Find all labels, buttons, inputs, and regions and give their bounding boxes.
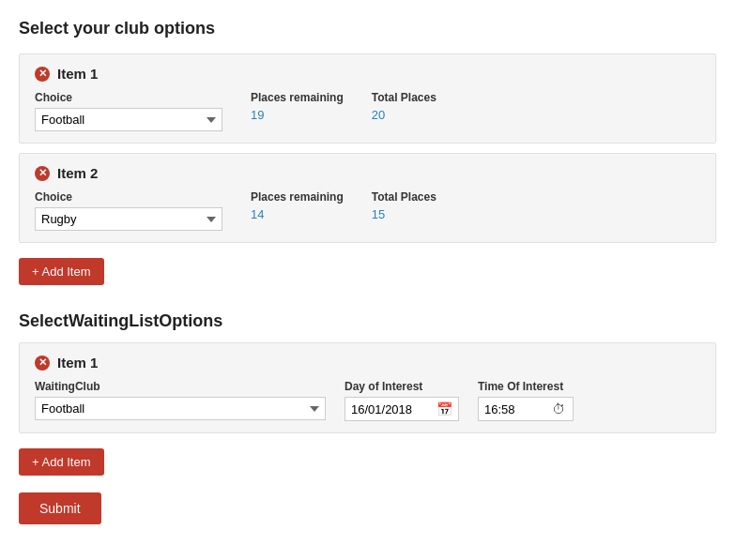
waiting-item-1-club-select[interactable]: FootballRugbyTennisCricket [35,397,326,420]
club-item-card-1: ✕ Item 1 Choice FootballRugbyTennisCrick… [19,53,716,144]
club-item-2-total-places-value: 15 [372,207,436,221]
main-title: Select your club options [19,19,716,38]
remove-club-item-2-icon[interactable]: ✕ [35,166,50,181]
remove-waiting-item-1-icon[interactable]: ✕ [35,356,50,371]
club-item-1-choice-label: Choice [35,91,222,104]
club-item-2-choice-label: Choice [35,190,222,204]
club-item-1-title: Item 1 [57,66,98,82]
club-item-1-places-remaining-label: Places remaining [251,91,344,104]
club-item-2-total-places-label: Total Places [372,190,436,204]
waiting-item-1-title: Item 1 [57,355,98,371]
club-item-1-total-places-value: 20 [372,108,436,122]
club-item-card-2: ✕ Item 2 Choice FootballRugbyTennisCrick… [19,153,716,243]
waiting-item-1-club-label: WaitingClub [35,380,326,393]
remove-club-item-1-icon[interactable]: ✕ [35,67,50,82]
waiting-item-1-time-input[interactable] [484,402,550,416]
club-item-1-choice-select[interactable]: FootballRugbyTennisCricket [35,108,222,131]
waiting-items-container: ✕ Item 1 WaitingClub FootballRugbyTennis… [19,342,716,433]
submit-button[interactable]: Submit [19,492,101,524]
add-club-item-button[interactable]: + Add Item [19,258,104,285]
club-item-2-places-remaining-value: 14 [251,207,344,221]
club-item-2-title: Item 2 [57,165,98,181]
calendar-icon[interactable]: 📅 [436,401,452,417]
club-item-1-places-remaining-value: 19 [251,108,344,122]
clock-icon[interactable]: ⏱ [550,401,567,417]
club-items-container: ✕ Item 1 Choice FootballRugbyTennisCrick… [19,53,716,243]
waiting-item-1-day-input-wrap: 📅 [345,397,459,421]
waiting-item-card-1: ✕ Item 1 WaitingClub FootballRugbyTennis… [19,342,716,433]
add-waiting-item-button[interactable]: + Add Item [19,448,104,476]
club-item-2-places-remaining-label: Places remaining [251,190,344,204]
waiting-item-1-time-input-wrap: ⏱ [478,397,574,421]
waiting-item-1-day-label: Day of Interest [345,380,459,393]
waiting-item-1-time-label: Time Of Interest [478,380,574,393]
waiting-section-title: SelectWaitingListOptions [19,311,716,331]
waiting-item-1-day-input[interactable] [351,402,436,416]
club-item-1-total-places-label: Total Places [372,91,436,104]
club-item-2-choice-select[interactable]: FootballRugbyTennisCricket [35,207,222,231]
